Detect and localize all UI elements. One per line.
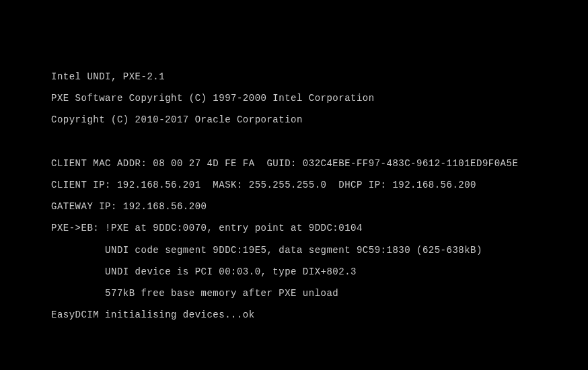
text-line: PXE Software Copyright (C) 1997-2000 Int… — [51, 93, 588, 104]
text-line: PXE->EB: !PXE at 9DDC:0070, entry point … — [51, 223, 588, 233]
text-line: GATEWAY IP: 192.168.56.200 — [51, 201, 588, 212]
blank-line — [51, 353, 588, 363]
text-line: UNDI device is PCI 00:03.0, type DIX+802… — [51, 266, 588, 277]
boot-terminal: Intel UNDI, PXE-2.1 PXE Software Copyrig… — [0, 0, 588, 370]
text-line: Copyright (C) 2010-2017 Oracle Corporati… — [51, 114, 588, 125]
blank-line — [51, 331, 588, 342]
text-line: CLIENT MAC ADDR: 08 00 27 4D FE FA GUID:… — [51, 158, 588, 169]
text-line: 577kB free base memory after PXE unload — [51, 288, 588, 299]
text-line: EasyDCIM initialising devices...ok — [51, 309, 588, 320]
text-line: Intel UNDI, PXE-2.1 — [51, 71, 588, 82]
text-line: UNDI code segment 9DDC:19E5, data segmen… — [51, 245, 588, 256]
blank-line — [51, 137, 588, 147]
text-line: CLIENT IP: 192.168.56.201 MASK: 255.255.… — [51, 180, 588, 190]
